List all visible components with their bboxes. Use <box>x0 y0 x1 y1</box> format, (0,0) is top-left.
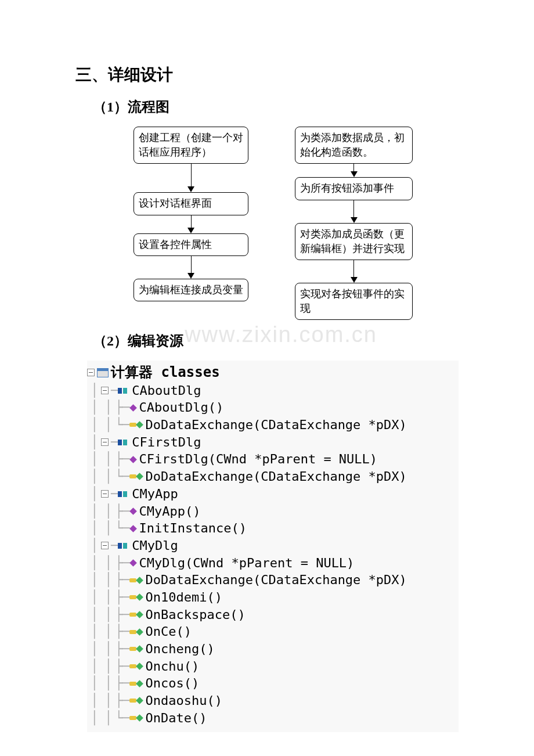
tree-class[interactable]: │─CFirstDlg <box>87 434 459 451</box>
method-icon <box>129 404 137 412</box>
arrow-down-icon <box>351 260 358 283</box>
method-icon <box>129 559 137 567</box>
tree-member-label: OnBackspace() <box>146 606 246 624</box>
tree-member[interactable]: ││├─Oncos() <box>87 675 459 692</box>
heading-edit-resource: （2）编辑资源 <box>93 332 459 350</box>
tree-member[interactable]: ││├─Ondaoshu() <box>87 692 459 710</box>
tree-member[interactable]: ││├─CAboutDlg() <box>87 399 459 416</box>
flow-left-col: 创建工程（创建一个对话框应用程序） 设计对话框界面 设置各控件属性 为编辑框连接… <box>134 127 248 320</box>
key-icon <box>129 630 136 634</box>
heading-detailed-design: 三、详细设计 <box>75 64 459 86</box>
tree-member[interactable]: ││└─InitInstance() <box>87 520 459 537</box>
class-icon <box>118 438 129 447</box>
tree-class[interactable]: │─CMyDlg <box>87 537 459 555</box>
arrow-down-icon <box>351 200 358 223</box>
tree-member-label: Oncheng() <box>146 640 215 658</box>
method-icon <box>136 697 143 705</box>
method-icon <box>136 680 143 687</box>
key-icon <box>129 647 136 651</box>
tree-member-label: CMyApp() <box>139 503 201 520</box>
class-icon <box>118 387 129 395</box>
flow-box: 实现对各按钮事件的实现 <box>295 283 413 320</box>
arrow-down-icon <box>187 215 194 233</box>
flow-box: 创建工程（创建一个对话框应用程序） <box>134 127 248 164</box>
heading-flowchart: （1）流程图 <box>93 98 459 116</box>
tree-member-label: DoDataExchange(CDataExchange *pDX) <box>146 571 407 589</box>
tree-member-label: CFirstDlg(CWnd *pParent = NULL) <box>139 451 378 468</box>
tree-member-label: OnCe() <box>146 623 192 640</box>
collapse-icon[interactable] <box>101 542 109 549</box>
tree-class-label: CFirstDlg <box>132 434 201 451</box>
method-icon <box>136 577 143 584</box>
arrow-down-icon <box>187 256 194 279</box>
tree-member[interactable]: ││├─DoDataExchange(CDataExchange *pDX) <box>87 571 459 589</box>
method-icon <box>136 593 143 601</box>
flow-box: 为类添加数据成员，初始化构造函数。 <box>295 127 413 164</box>
tree-member-label: DoDataExchange(CDataExchange *pDX) <box>146 416 407 434</box>
key-icon <box>129 474 136 478</box>
tree-member[interactable]: ││└─OnDate() <box>87 710 459 727</box>
flow-right-col: 为类添加数据成员，初始化构造函数。 为所有按钮添加事件 对类添加成员函数（更新编… <box>295 127 413 320</box>
class-icon <box>118 490 129 498</box>
tree-member[interactable]: ││├─OnCe() <box>87 623 459 640</box>
collapse-icon[interactable] <box>101 438 109 446</box>
method-icon <box>129 507 137 515</box>
tree-member-label: OnDate() <box>146 710 207 727</box>
tree-member[interactable]: ││├─CFirstDlg(CWnd *pParent = NULL) <box>87 451 459 468</box>
key-icon <box>129 682 136 686</box>
tree-member-label: On10demi() <box>146 589 222 606</box>
method-icon <box>136 645 143 653</box>
key-icon <box>129 423 136 427</box>
method-icon <box>129 525 137 532</box>
tree-member[interactable]: ││├─Oncheng() <box>87 640 459 658</box>
tree-member[interactable]: ││└─DoDataExchange(CDataExchange *pDX) <box>87 416 459 434</box>
collapse-icon[interactable] <box>101 490 109 498</box>
class-tree: 计算器 classes │─CAboutDlg││├─CAboutDlg()││… <box>87 361 459 732</box>
key-icon <box>129 699 136 703</box>
method-icon <box>136 628 143 636</box>
tree-member-label: Onchu() <box>146 658 200 675</box>
key-icon <box>129 716 136 720</box>
method-icon <box>136 422 143 429</box>
tree-member-label: CAboutDlg() <box>139 399 224 416</box>
method-icon <box>136 611 143 618</box>
flowchart: 创建工程（创建一个对话框应用程序） 设计对话框界面 设置各控件属性 为编辑框连接… <box>134 127 459 320</box>
method-icon <box>136 663 143 670</box>
tree-class-label: CAboutDlg <box>132 382 201 399</box>
tree-member[interactable]: ││└─DoDataExchange(CDataExchange *pDX) <box>87 468 459 485</box>
tree-member-label: DoDataExchange(CDataExchange *pDX) <box>146 468 407 485</box>
class-icon <box>118 542 129 550</box>
flow-box: 设计对话框界面 <box>134 192 248 215</box>
flow-box: 为所有按钮添加事件 <box>295 177 413 200</box>
flow-box: 设置各控件属性 <box>134 233 248 256</box>
key-icon <box>129 578 136 582</box>
tree-class[interactable]: │─CMyApp <box>87 485 459 503</box>
collapse-icon[interactable] <box>101 387 109 394</box>
key-icon <box>129 664 136 668</box>
tree-member[interactable]: ││├─CMyApp() <box>87 503 459 520</box>
tree-member[interactable]: ││├─OnBackspace() <box>87 606 459 624</box>
tree-class-label: CMyApp <box>132 485 178 503</box>
tree-class[interactable]: │─CAboutDlg <box>87 382 459 399</box>
method-icon <box>136 473 143 481</box>
key-icon <box>129 595 136 599</box>
collapse-icon[interactable] <box>87 369 95 376</box>
flow-box: 为编辑框连接成员变量 <box>134 279 248 301</box>
arrow-down-icon <box>351 164 358 177</box>
tree-member-label: InitInstance() <box>139 520 247 537</box>
method-icon <box>136 714 143 722</box>
tree-class-label: CMyDlg <box>132 537 178 555</box>
key-icon <box>129 613 136 617</box>
tree-member-label: Ondaoshu() <box>146 692 222 710</box>
tree-member-label: CMyDlg(CWnd *pParent = NULL) <box>139 555 355 572</box>
window-icon <box>97 368 109 377</box>
tree-root[interactable]: 计算器 classes <box>87 363 459 381</box>
method-icon <box>129 456 137 463</box>
tree-root-label: 计算器 classes <box>111 363 220 381</box>
flow-box: 对类添加成员函数（更新编辑框）并进行实现 <box>295 223 413 260</box>
tree-member-label: Oncos() <box>146 675 200 692</box>
tree-member[interactable]: ││├─Onchu() <box>87 658 459 675</box>
arrow-down-icon <box>187 164 194 192</box>
tree-member[interactable]: ││├─On10demi() <box>87 589 459 606</box>
tree-member[interactable]: ││├─CMyDlg(CWnd *pParent = NULL) <box>87 555 459 572</box>
